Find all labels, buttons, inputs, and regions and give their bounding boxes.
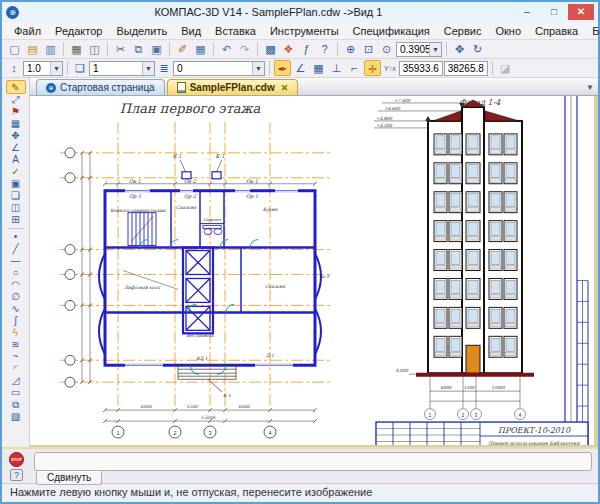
- menu-item[interactable]: Выделить: [110, 24, 173, 38]
- chevron-down-icon[interactable]: ▼: [429, 43, 441, 56]
- stop-button[interactable]: STOP: [9, 452, 24, 467]
- equidistant-tool-icon[interactable]: ≋: [6, 339, 26, 351]
- help-button[interactable]: ?: [10, 469, 23, 481]
- measurement-tool-icon[interactable]: А: [6, 154, 26, 166]
- zoom-window-icon[interactable]: ⊡: [360, 41, 377, 57]
- zoom-all-icon[interactable]: ⊙: [378, 41, 395, 57]
- dimensions-tool-icon[interactable]: ⤢: [6, 94, 26, 106]
- function-icon[interactable]: ƒ: [298, 41, 315, 57]
- polyline-tool-icon[interactable]: ∿: [6, 303, 26, 315]
- tab-samplefplan[interactable]: SampleFPlan.cdw ✕: [167, 79, 299, 95]
- separator: [8, 228, 24, 229]
- tab-list-dropdown-icon[interactable]: ▼: [586, 83, 594, 92]
- editing-tool-icon[interactable]: ✥: [6, 130, 26, 142]
- variables-icon[interactable]: ▩: [262, 41, 279, 57]
- segment-tool-icon[interactable]: ―: [6, 255, 26, 267]
- property-panel[interactable]: [34, 452, 592, 471]
- title-bar[interactable]: ⊕ КОМПАС-3D V14 - SampleFPlan.cdw ->Вид …: [2, 2, 598, 22]
- undo-icon[interactable]: ↶: [218, 41, 235, 57]
- collect-contour-tool-icon[interactable]: ⧉: [6, 399, 26, 411]
- zoom-scale-combo[interactable]: 0.3905 ▼: [396, 42, 442, 57]
- redo-icon[interactable]: ↷: [236, 41, 253, 57]
- view-combo[interactable]: 1 ▼: [89, 61, 155, 76]
- object-library-icon[interactable]: ❖: [280, 41, 297, 57]
- refresh-image-icon[interactable]: ↻: [469, 41, 486, 57]
- specification-tool-icon[interactable]: ▣: [6, 178, 26, 190]
- close-button[interactable]: ✕: [568, 4, 594, 20]
- grid-icon[interactable]: ▦: [310, 60, 327, 76]
- paste-icon[interactable]: ▣: [148, 41, 165, 57]
- cursor-step-combo[interactable]: 1.0 ▼: [23, 61, 63, 76]
- dim-label: 6000: [441, 385, 453, 390]
- menu-item[interactable]: Сервис: [438, 24, 488, 38]
- open-document-icon[interactable]: ▤: [24, 41, 41, 57]
- layer-combo[interactable]: 0 ▼: [173, 61, 265, 76]
- geometry-tool-icon[interactable]: ✎: [6, 80, 26, 94]
- menu-item[interactable]: Окно: [489, 24, 527, 38]
- menu-item[interactable]: Редактор: [49, 24, 108, 38]
- fillet-tool-icon[interactable]: ◜: [6, 363, 26, 375]
- menu-item[interactable]: Спецификация: [347, 24, 436, 38]
- insert-table-icon[interactable]: ▦: [192, 41, 209, 57]
- print-preview-icon[interactable]: ◫: [86, 41, 103, 57]
- save-document-icon[interactable]: ▥: [42, 41, 59, 57]
- maximize-button[interactable]: □: [541, 4, 567, 20]
- property-tab-move[interactable]: Сдвинуть: [36, 471, 102, 485]
- lightning-input-tool-icon[interactable]: ϟ: [6, 327, 26, 339]
- angle-icon[interactable]: ∠: [292, 60, 309, 76]
- current-state-toolbar: ↕ 1.0 ▼ ❏ 1 ▼ ≣ 0 ▼ ✒∠▦⊥⌐✛ Y↑x 35933.6 3…: [2, 59, 598, 78]
- menu-item[interactable]: Справка: [529, 24, 584, 38]
- chevron-down-icon[interactable]: ▼: [252, 62, 264, 75]
- chevron-down-icon[interactable]: ▼: [142, 62, 154, 75]
- hatch-tool-icon[interactable]: ▨: [6, 411, 26, 423]
- macro-tool-icon[interactable]: ⊞: [6, 214, 26, 226]
- view-value: 1: [90, 63, 142, 74]
- arc-tool-icon[interactable]: ◠: [6, 279, 26, 291]
- print-icon[interactable]: ▦: [68, 41, 85, 57]
- minimize-button[interactable]: –: [514, 4, 540, 20]
- circle-tool-icon[interactable]: ○: [6, 267, 26, 279]
- designations-tool-icon[interactable]: ⚑: [6, 106, 26, 118]
- chevron-down-icon[interactable]: ▼: [50, 62, 62, 75]
- local-cs-icon[interactable]: ⊥: [328, 60, 345, 76]
- building-designations-tool-icon[interactable]: ▦: [6, 118, 26, 130]
- copy-properties-icon[interactable]: ✐: [174, 41, 191, 57]
- insert-fragment-tool-icon[interactable]: ◫: [6, 202, 26, 214]
- parametrization-tool-icon[interactable]: ∠: [6, 142, 26, 154]
- menu-item[interactable]: Вставка: [209, 24, 262, 38]
- new-document-icon[interactable]: ▢: [6, 41, 23, 57]
- chamfer-tool-icon[interactable]: ◿: [6, 375, 26, 387]
- zoom-in-icon[interactable]: ⊕: [342, 41, 359, 57]
- auxiliary-line-tool-icon[interactable]: ╱: [6, 243, 26, 255]
- mark-label: Ор-2: [184, 193, 197, 200]
- help-cursor-icon[interactable]: ?: [316, 41, 333, 57]
- elevation-mark: +4.200: [376, 123, 393, 128]
- cut-icon[interactable]: ✂: [112, 41, 129, 57]
- status-bar: Нажмите левую кнопку мыши и, не отпуская…: [2, 483, 598, 502]
- tab-close-icon[interactable]: ✕: [281, 83, 289, 93]
- menu-item[interactable]: Инструменты: [264, 24, 345, 38]
- reports-tool-icon[interactable]: ❏: [6, 190, 26, 202]
- coordinate-x-field[interactable]: 35933.6: [399, 61, 443, 76]
- title-block: ПРОЕКТ-10-2010 Пример использования Библ…: [376, 422, 588, 445]
- snaps-icon[interactable]: ✛: [364, 60, 381, 76]
- coordinates-icon: Y↑x: [384, 65, 396, 72]
- ortho-icon[interactable]: ⌐: [346, 60, 363, 76]
- current-style-icon[interactable]: ✒: [274, 60, 291, 76]
- spline-tool-icon[interactable]: ~: [6, 351, 26, 363]
- menu-item[interactable]: Вид: [175, 24, 207, 38]
- copy-icon[interactable]: ⧉: [130, 41, 147, 57]
- ellipse-tool-icon[interactable]: ∅: [6, 291, 26, 303]
- pan-view-icon[interactable]: ✥: [451, 41, 468, 57]
- menu-item[interactable]: Библиотеки: [586, 24, 600, 38]
- drawing-canvas[interactable]: План первого этажа: [30, 96, 598, 447]
- menu-item[interactable]: Файл: [8, 24, 47, 38]
- bezier-tool-icon[interactable]: ʃ: [6, 315, 26, 327]
- mark-label: К-1: [223, 393, 231, 398]
- coordinate-y-field[interactable]: 38265.8: [444, 61, 488, 76]
- selection-tool-icon[interactable]: ✓: [6, 166, 26, 178]
- app-logo-icon: ⊕: [6, 6, 19, 19]
- point-tool-icon[interactable]: •: [6, 231, 26, 243]
- rectangle-tool-icon[interactable]: ▭: [6, 387, 26, 399]
- tab-start-page[interactable]: ⊕ Стартовая страница: [36, 79, 165, 95]
